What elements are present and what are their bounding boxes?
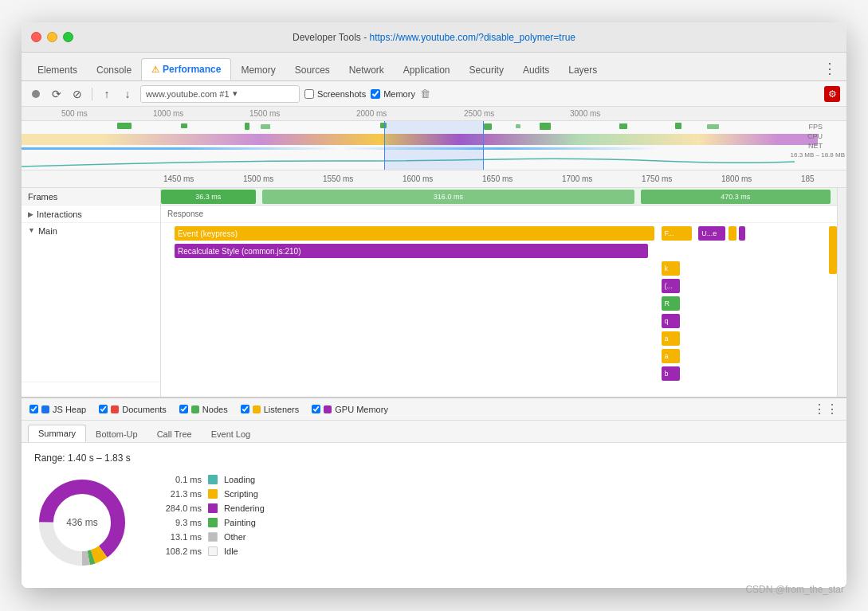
legend-idle-label: Idle bbox=[224, 546, 238, 556]
clear-button[interactable]: ⊘ bbox=[69, 86, 85, 102]
legend-rendering-label: Rendering bbox=[224, 503, 265, 513]
minimize-button[interactable] bbox=[47, 32, 57, 42]
ruler-mark-6: 3000 ms bbox=[570, 109, 600, 118]
settings-gear-icon[interactable]: ⚙ bbox=[824, 86, 840, 102]
legend-loading-dot bbox=[208, 475, 218, 484]
legend-loading-label: Loading bbox=[224, 475, 255, 484]
toolbar: ⟳ ⊘ ↑ ↓ www.youtube.com #1 ▾ Screenshots… bbox=[22, 81, 846, 107]
event-ue-bar[interactable]: U...e bbox=[698, 226, 725, 241]
t-ruler-4: 1650 ms bbox=[482, 174, 513, 183]
bottom-panel: JS Heap Documents Nodes Listeners GPU Me bbox=[22, 397, 846, 588]
event-a2-bar[interactable]: a bbox=[662, 349, 681, 363]
metric-js-heap-label: JS Heap bbox=[53, 405, 86, 414]
interactions-track-label[interactable]: ▶ Interactions bbox=[22, 206, 160, 223]
legend-idle-dot bbox=[208, 546, 218, 556]
title-bar: Developer Tools - https://www.youtube.co… bbox=[22, 22, 846, 53]
legend-rendering: 284.0 ms Rendering bbox=[154, 503, 265, 513]
t-ruler-1: 1500 ms bbox=[243, 174, 273, 183]
event-a1-bar[interactable]: a bbox=[662, 331, 681, 346]
metric-documents-checkbox[interactable] bbox=[99, 405, 108, 413]
memory-checkbox[interactable] bbox=[371, 89, 380, 99]
separator-1 bbox=[92, 88, 92, 100]
metric-listeners-checkbox[interactable] bbox=[241, 405, 249, 413]
recalculate-style-bar[interactable]: Recalculate Style (common.js:210) bbox=[175, 244, 648, 258]
frame-block-2[interactable]: 316.0 ms bbox=[262, 190, 634, 204]
event-r-bar[interactable]: R bbox=[662, 296, 681, 311]
metric-js-heap-checkbox[interactable] bbox=[29, 405, 38, 413]
timeline-tracks: 36.3 ms 316.0 ms 470.3 ms Response bbox=[161, 188, 837, 397]
legend-painting-value: 9.3 ms bbox=[154, 518, 202, 527]
reload-button[interactable]: ⟳ bbox=[49, 86, 65, 102]
heap-range: 16.3 MB – 18.8 MB bbox=[791, 151, 845, 159]
watermark: CSDN @from_the_star bbox=[745, 584, 844, 595]
frame-block-1[interactable]: 36.3 ms bbox=[161, 190, 256, 204]
event-keypress-bar[interactable]: Event (keypress) bbox=[175, 226, 654, 241]
main-track-label[interactable]: ▼ Main bbox=[22, 223, 160, 382]
response-label: Response bbox=[167, 210, 203, 218]
maximize-button[interactable] bbox=[63, 32, 73, 42]
download-button[interactable]: ↓ bbox=[120, 86, 136, 102]
tab-security[interactable]: Security bbox=[460, 60, 513, 80]
tab-console[interactable]: Console bbox=[87, 60, 141, 80]
main-label-text: Main bbox=[38, 226, 57, 236]
more-menu-button[interactable]: ⋮ bbox=[819, 57, 840, 80]
interactions-expand-icon[interactable]: ▶ bbox=[28, 210, 33, 218]
record-button[interactable] bbox=[28, 86, 44, 102]
trash-icon[interactable]: 🗑 bbox=[420, 88, 430, 100]
event-extra-2[interactable] bbox=[739, 226, 745, 241]
url-dropdown[interactable]: ▾ bbox=[233, 88, 238, 99]
metric-gpu-dot bbox=[324, 405, 332, 413]
tab-memory[interactable]: Memory bbox=[231, 60, 285, 80]
tab-call-tree[interactable]: Call Tree bbox=[147, 426, 202, 442]
selection-overlay[interactable] bbox=[384, 121, 483, 170]
legend-loading: 0.1 ms Loading bbox=[154, 475, 265, 484]
t-ruler-7: 1800 ms bbox=[721, 174, 752, 183]
legend-other-label: Other bbox=[224, 532, 246, 542]
metric-listeners-label: Listeners bbox=[264, 405, 300, 414]
upload-button[interactable]: ↑ bbox=[99, 86, 115, 102]
frame-block-3[interactable]: 470.3 ms bbox=[641, 190, 830, 204]
main-expand-icon[interactable]: ▼ bbox=[28, 226, 35, 234]
stats-area: 436 ms 0.1 ms Loading 21.3 ms Scripting bbox=[34, 475, 834, 570]
scrollbar[interactable] bbox=[837, 188, 846, 397]
tab-application[interactable]: Application bbox=[394, 60, 460, 80]
screenshots-checkbox[interactable] bbox=[304, 89, 314, 99]
timeline-labels: Frames ▶ Interactions ▼ Main bbox=[22, 188, 161, 397]
overview-tracks: FPS CPU NET 16.3 MB – 18.8 MB bbox=[22, 121, 846, 170]
metric-gpu-memory: GPU Memory bbox=[312, 405, 388, 414]
close-button[interactable] bbox=[31, 32, 41, 42]
legend-scripting-label: Scripting bbox=[224, 489, 258, 499]
event-q-bar[interactable]: q bbox=[662, 314, 681, 328]
legend-other: 13.1 ms Other bbox=[154, 532, 265, 542]
tab-performance[interactable]: ⚠ Performance bbox=[141, 58, 231, 80]
metrics-more-button[interactable]: ⋮⋮ bbox=[813, 401, 839, 417]
overview-minimap[interactable]: 500 ms 1000 ms 1500 ms 2000 ms 2500 ms 3… bbox=[22, 107, 846, 170]
warn-icon: ⚠ bbox=[151, 65, 159, 75]
legend-rendering-dot bbox=[208, 503, 218, 513]
tab-sources[interactable]: Sources bbox=[285, 60, 340, 80]
tab-event-log[interactable]: Event Log bbox=[202, 426, 261, 442]
event-k-bar[interactable]: k bbox=[662, 261, 681, 276]
tab-audits[interactable]: Audits bbox=[513, 60, 559, 80]
tab-elements[interactable]: Elements bbox=[28, 60, 87, 80]
main-track[interactable]: Event (keypress) Recalculate Style (comm… bbox=[161, 223, 837, 382]
event-paren-bar[interactable]: (... bbox=[662, 279, 681, 293]
event-b-bar[interactable]: b bbox=[662, 366, 681, 381]
t-ruler-8: 185 bbox=[801, 174, 815, 183]
tab-bottom-up[interactable]: Bottom-Up bbox=[86, 426, 147, 442]
frames-track-label: Frames bbox=[22, 188, 160, 206]
metric-nodes-checkbox[interactable] bbox=[179, 405, 188, 413]
tab-summary[interactable]: Summary bbox=[28, 425, 86, 442]
title-url[interactable]: https://www.youtube.com/?disable_polymer… bbox=[370, 32, 575, 43]
nav-right: ⋮ bbox=[819, 57, 846, 80]
bottom-tabs: Summary Bottom-Up Call Tree Event Log bbox=[22, 421, 846, 443]
legend-scripting-dot bbox=[208, 489, 218, 499]
legend-painting-dot bbox=[208, 518, 218, 527]
event-far-right[interactable] bbox=[829, 226, 837, 274]
event-f-bar[interactable]: F... bbox=[662, 226, 692, 241]
tab-layers[interactable]: Layers bbox=[559, 60, 607, 80]
tab-network[interactable]: Network bbox=[340, 60, 394, 80]
metric-gpu-checkbox[interactable] bbox=[312, 405, 320, 413]
legend-scripting-value: 21.3 ms bbox=[154, 489, 202, 499]
event-extra-1[interactable] bbox=[729, 226, 736, 241]
